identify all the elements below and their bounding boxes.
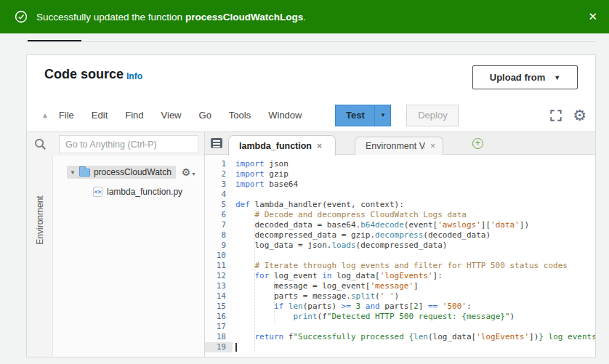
file-explorer-sidebar: Environment ▼ processCloudWatch ⚙▾ <> la…: [27, 132, 204, 357]
banner-message: Successfully updated the function proces…: [36, 12, 306, 23]
code-line[interactable]: [235, 251, 595, 261]
line-number-gutter: 12345678910111213141516171819: [205, 155, 233, 357]
menu-items: FileEditFindViewGoToolsWindow: [59, 110, 302, 121]
caret-down-icon: ▼: [380, 112, 386, 118]
code-line[interactable]: for log_event in log_data['logEvents']:: [235, 271, 595, 281]
line-number[interactable]: 17: [205, 322, 233, 332]
code-line[interactable]: [235, 322, 595, 332]
info-link[interactable]: Info: [126, 71, 142, 81]
file-name: lambda_function.py: [107, 187, 182, 197]
line-number[interactable]: 4: [205, 190, 233, 200]
menu-item-window[interactable]: Window: [268, 110, 302, 121]
code-source-panel: Code source Info Upload from ▼ ▲ FileEdi…: [26, 54, 596, 357]
line-number[interactable]: 10: [205, 251, 233, 261]
caret-down-icon: ▼: [554, 74, 560, 81]
code-area[interactable]: import jsonimport gzipimport base64def l…: [233, 155, 595, 357]
code-line[interactable]: decompressed_data = gzip.decompress(deco…: [235, 230, 595, 240]
menu-item-view[interactable]: View: [161, 110, 182, 121]
line-number[interactable]: 1: [205, 159, 233, 169]
test-dropdown-button[interactable]: ▼: [374, 105, 391, 126]
line-number[interactable]: 5: [205, 200, 233, 210]
lambda-console-page: Successfully updated the function proces…: [0, 0, 609, 364]
code-line[interactable]: print(f"Detected HTTP 500 request: {mess…: [235, 312, 595, 322]
line-number[interactable]: 12: [205, 271, 233, 281]
line-number[interactable]: 11: [205, 261, 233, 271]
panel-header: Code source Info Upload from ▼: [27, 55, 595, 99]
new-tab-icon[interactable]: +: [472, 138, 483, 149]
line-number[interactable]: 15: [205, 302, 233, 312]
menu-item-edit[interactable]: Edit: [92, 110, 108, 121]
code-line[interactable]: parts = message.split(' '): [235, 291, 595, 302]
line-number[interactable]: 13: [205, 281, 233, 291]
code-line[interactable]: def lambda_handler(event, context):: [235, 200, 595, 210]
environment-tab-label[interactable]: Environment: [35, 195, 45, 244]
line-number[interactable]: 19: [205, 342, 233, 352]
collapse-toolbar-icon[interactable]: ▲: [41, 111, 49, 119]
menu-item-go[interactable]: Go: [199, 110, 211, 121]
banner-close-icon[interactable]: ✕: [588, 10, 597, 23]
code-line[interactable]: # Decode and decompress CloudWatch Logs …: [235, 210, 595, 220]
code-line[interactable]: if len(parts) >= 3 and parts[2] == '500'…: [235, 302, 595, 312]
test-button[interactable]: Test: [335, 105, 374, 126]
line-number[interactable]: 2: [205, 169, 233, 179]
line-number[interactable]: 8: [205, 230, 233, 240]
goto-anything-row: [27, 132, 204, 156]
menu-item-tools[interactable]: Tools: [229, 110, 251, 121]
editor-menubar: ▲ FileEditFindViewGoToolsWindow Test ▼ D…: [27, 99, 595, 132]
line-number[interactable]: 7: [205, 220, 233, 230]
search-icon: [33, 137, 47, 151]
code-line[interactable]: [235, 342, 595, 352]
tab-list-icon[interactable]: [211, 138, 222, 148]
line-number[interactable]: 14: [205, 291, 233, 302]
selected-folder[interactable]: ▼ processCloudWatch: [67, 166, 176, 179]
code-line[interactable]: [235, 190, 595, 200]
code-line[interactable]: import json: [235, 159, 595, 169]
tree-file-row[interactable]: <> lambda_function.py: [54, 185, 204, 199]
editor-tabbar: lambda_function × Environment Vari × +: [204, 132, 595, 155]
function-name: processCloudWatchLogs: [185, 12, 303, 23]
tab-close-icon[interactable]: ×: [317, 141, 322, 151]
page-title: Code source: [44, 67, 124, 82]
tab-environment-variables[interactable]: Environment Vari ×: [355, 137, 443, 155]
file-tree: ▼ processCloudWatch ⚙▾ <> lambda_functio…: [54, 156, 204, 357]
gear-icon[interactable]: ⚙: [573, 108, 586, 123]
code-line[interactable]: log_data = json.loads(decompressed_data): [235, 240, 595, 251]
code-line[interactable]: import gzip: [235, 169, 595, 179]
tree-folder-row[interactable]: ▼ processCloudWatch ⚙▾: [54, 165, 204, 179]
code-line[interactable]: return f"Successfully processed {len(log…: [235, 332, 595, 342]
menu-item-file[interactable]: File: [59, 110, 74, 121]
code-line[interactable]: decoded_data = base64.b64decode(event['a…: [235, 220, 595, 230]
folder-icon: [79, 169, 90, 177]
goto-anything-input[interactable]: [59, 135, 198, 153]
text-cursor: [235, 343, 237, 352]
code-editor[interactable]: 12345678910111213141516171819 import jso…: [204, 155, 595, 357]
code-line[interactable]: message = log_event['message']: [235, 281, 595, 291]
tree-settings-gear-icon[interactable]: ⚙▾: [182, 166, 195, 178]
code-line[interactable]: # Iterate through log events and filter …: [235, 261, 595, 271]
tab-lambda-function[interactable]: lambda_function ×: [228, 135, 336, 155]
line-number[interactable]: 18: [205, 332, 233, 342]
python-file-icon: <>: [93, 187, 102, 197]
line-number[interactable]: 6: [205, 210, 233, 220]
folder-name: processCloudWatch: [94, 167, 172, 177]
success-banner: Successfully updated the function proces…: [0, 0, 609, 33]
check-circle-icon: [15, 10, 28, 23]
deploy-button[interactable]: Deploy: [406, 105, 459, 126]
line-number[interactable]: 16: [205, 312, 233, 322]
tree-caret-icon[interactable]: ▼: [70, 169, 76, 176]
line-number[interactable]: 3: [205, 179, 233, 190]
tab-close-icon[interactable]: ×: [430, 141, 435, 151]
upload-from-button[interactable]: Upload from ▼: [472, 65, 578, 89]
environment-rail: Environment: [27, 156, 53, 357]
menu-item-find[interactable]: Find: [125, 110, 143, 121]
code-line[interactable]: import base64: [235, 179, 595, 190]
test-split-button: Test ▼: [335, 105, 391, 126]
fullscreen-icon[interactable]: [549, 109, 562, 122]
line-number[interactable]: 9: [205, 240, 233, 251]
console-tab-divider: [26, 41, 596, 42]
